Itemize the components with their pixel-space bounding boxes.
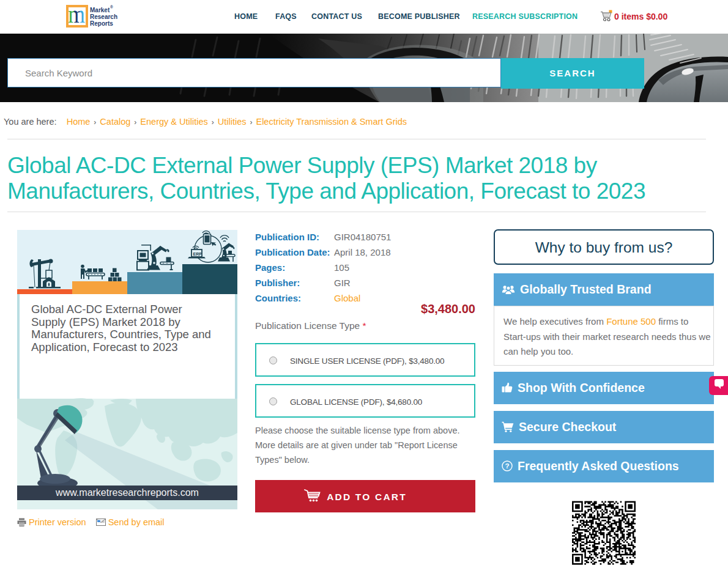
- svg-text:Global AC-DC External Power: Global AC-DC External Power: [31, 303, 182, 316]
- svg-text:Reports: Reports: [90, 20, 113, 27]
- svg-text:Market: Market: [90, 7, 110, 13]
- svg-text:®: ®: [110, 5, 113, 9]
- svg-text:Research: Research: [90, 13, 117, 20]
- svg-text:Manufacturers, Countries, Type: Manufacturers, Countries, Type and: [31, 328, 211, 341]
- svg-text:?: ?: [505, 463, 509, 470]
- svg-text:Supply (EPS) Market 2018 by: Supply (EPS) Market 2018 by: [31, 316, 180, 328]
- svg-text:ERP: ERP: [193, 252, 202, 256]
- svg-text:m: m: [68, 4, 85, 28]
- svg-text:www.marketresearchreports.com: www.marketresearchreports.com: [55, 487, 199, 498]
- svg-text:Application, Forecast to 2023: Application, Forecast to 2023: [31, 341, 178, 353]
